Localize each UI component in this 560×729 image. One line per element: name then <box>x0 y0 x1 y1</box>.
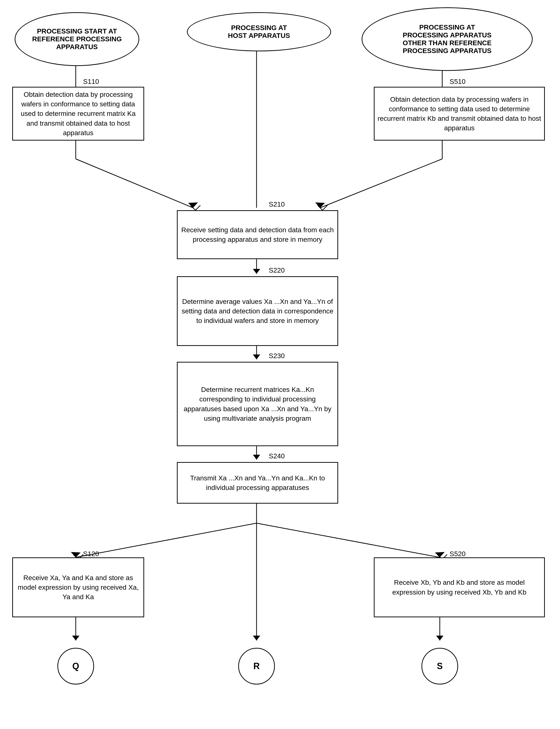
connector-r: R <box>238 648 275 685</box>
s510-box: Obtain detection data by processing wafe… <box>374 87 545 141</box>
svg-marker-21 <box>435 552 445 557</box>
s510-label: S510 <box>450 78 465 86</box>
s220-box: Determine average values Xa ...Xn and Ya… <box>177 276 338 346</box>
connector-s: S <box>421 648 458 685</box>
s220-label: S220 <box>269 266 285 274</box>
svg-marker-23 <box>72 636 79 641</box>
s520-label: S520 <box>450 550 465 558</box>
svg-marker-27 <box>436 636 443 641</box>
s210-box: Receive setting data and detection data … <box>177 210 338 259</box>
s120-label: S120 <box>83 550 99 558</box>
svg-line-6 <box>76 159 193 208</box>
svg-marker-12 <box>253 269 260 274</box>
s230-box: Determine recurrent matrices Ka...Kn cor… <box>177 362 338 446</box>
left-header-oval: PROCESSING START AT REFERENCE PROCESSING… <box>15 12 139 66</box>
s520-box: Receive Xb, Yb and Kb and store as model… <box>374 557 545 617</box>
s110-box: Obtain detection data by processing wafe… <box>12 87 144 141</box>
svg-line-20 <box>257 523 440 557</box>
svg-marker-25 <box>253 636 260 641</box>
flowchart-diagram: PROCESSING START AT REFERENCE PROCESSING… <box>0 0 560 729</box>
svg-marker-19 <box>71 552 81 557</box>
s110-label: S110 <box>83 78 99 86</box>
svg-line-9 <box>320 159 442 208</box>
svg-marker-14 <box>253 354 260 359</box>
s230-label: S230 <box>269 352 285 360</box>
middle-header-oval: PROCESSING AT HOST APPARATUS <box>187 12 331 51</box>
svg-marker-7 <box>188 202 198 208</box>
connector-q: Q <box>57 648 94 685</box>
s120-box: Receive Xa, Ya and Ka and store as model… <box>12 557 144 617</box>
svg-marker-16 <box>253 455 260 460</box>
s240-label: S240 <box>269 452 285 460</box>
s240-box: Transmit Xa ...Xn and Ya...Yn and Ka...K… <box>177 462 338 504</box>
right-header-oval: PROCESSING AT PROCESSING APPARATUS OTHER… <box>362 7 533 71</box>
svg-marker-10 <box>315 202 325 208</box>
svg-line-18 <box>76 523 257 557</box>
s210-label: S210 <box>269 200 285 208</box>
